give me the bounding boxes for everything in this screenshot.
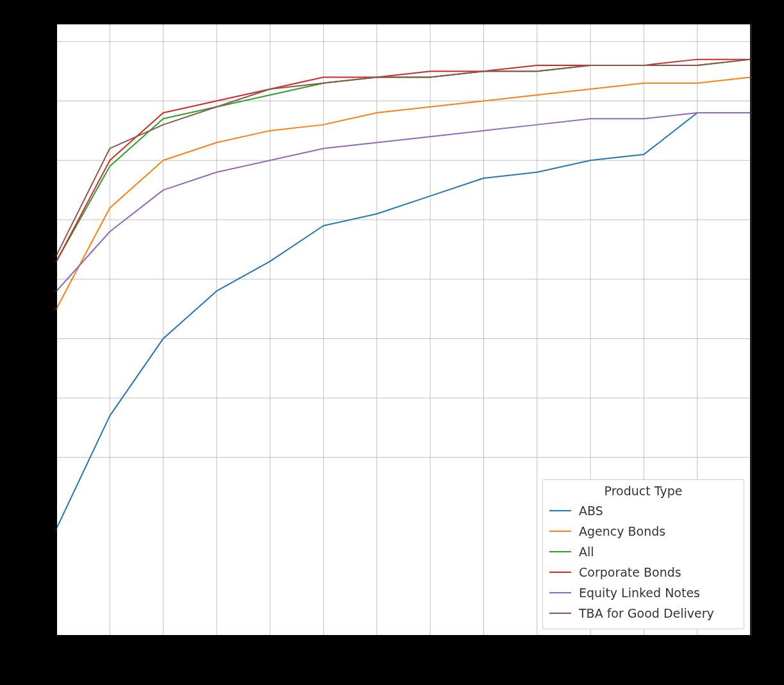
- legend-title: Product Type: [549, 484, 737, 498]
- legend-label: Agency Bonds: [579, 524, 665, 538]
- legend-label: Equity Linked Notes: [579, 586, 700, 600]
- legend-row: ABS: [549, 500, 737, 521]
- legend-label: ABS: [579, 504, 603, 518]
- legend-swatch: [549, 551, 571, 552]
- legend-swatch: [549, 531, 571, 532]
- legend-swatch: [549, 572, 571, 573]
- series-line: [56, 113, 751, 291]
- legend-label: TBA for Good Delivery: [579, 606, 714, 620]
- legend-items: ABSAgency BondsAllCorporate BondsEquity …: [549, 500, 737, 623]
- plot-area: Product Type ABSAgency BondsAllCorporate…: [56, 24, 751, 636]
- chart-figure: Product Type ABSAgency BondsAllCorporate…: [0, 0, 784, 685]
- legend-label: All: [579, 545, 594, 559]
- legend: Product Type ABSAgency BondsAllCorporate…: [542, 479, 744, 629]
- legend-row: Agency Bonds: [549, 521, 737, 541]
- series-line: [56, 77, 751, 309]
- legend-row: TBA for Good Delivery: [549, 603, 737, 623]
- series-group: [56, 60, 751, 529]
- legend-swatch: [549, 592, 571, 593]
- legend-row: All: [549, 541, 737, 562]
- legend-row: Corporate Bonds: [549, 562, 737, 582]
- legend-row: Equity Linked Notes: [549, 582, 737, 603]
- series-line: [56, 60, 751, 256]
- legend-swatch: [549, 613, 571, 614]
- legend-label: Corporate Bonds: [579, 565, 681, 579]
- legend-swatch: [549, 510, 571, 511]
- series-line: [56, 113, 751, 529]
